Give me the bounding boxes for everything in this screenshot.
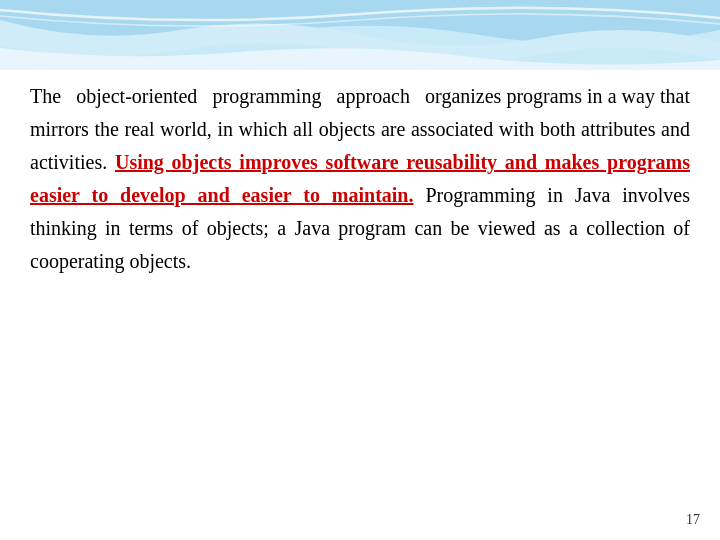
main-content: The object-oriented programming approach… xyxy=(30,80,690,500)
paragraph-block: The object-oriented programming approach… xyxy=(30,80,690,278)
page-number: 17 xyxy=(686,512,700,528)
wave-header xyxy=(0,0,720,70)
